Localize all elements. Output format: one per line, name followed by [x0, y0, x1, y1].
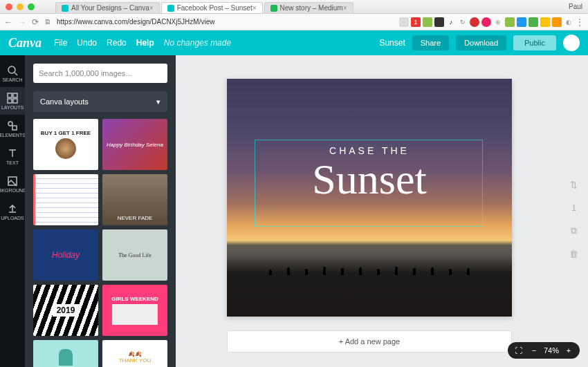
background-icon — [7, 176, 18, 187]
download-button[interactable]: Download — [456, 35, 506, 50]
logo[interactable]: Canva — [8, 36, 42, 50]
add-page-button[interactable]: + Add a new page — [227, 330, 512, 352]
tab-medium[interactable]: New story – Medium× — [264, 2, 353, 13]
template-card[interactable]: Holiday — [33, 229, 98, 281]
tool-layouts[interactable]: LAYOUTS — [0, 87, 25, 115]
uploads-icon — [7, 203, 18, 214]
minimize-window[interactable] — [17, 3, 24, 10]
left-toolbar: SEARCH LAYOUTS ELEMENTS TEXT BKGROUND UP… — [0, 55, 25, 367]
extensions: 1 ♪ ↻ ⊕ ◐ ⋮ — [399, 17, 584, 27]
svg-rect-1 — [8, 93, 12, 97]
save-status: No changes made — [164, 38, 231, 48]
ext-icon[interactable] — [552, 17, 562, 27]
ext-icon[interactable] — [505, 17, 515, 27]
template-card[interactable] — [33, 174, 98, 225]
ext-icon[interactable] — [470, 17, 479, 27]
tool-elements[interactable]: ELEMENTS — [0, 115, 25, 142]
secure-icon: 🗎 — [44, 18, 51, 26]
copy-page-icon[interactable]: ⧉ — [571, 225, 577, 236]
ext-icon[interactable]: ↻ — [458, 17, 468, 27]
page-number: 1 — [571, 203, 576, 213]
menu-file[interactable]: File — [54, 38, 67, 48]
tab-title: New story – Medium — [280, 4, 343, 12]
tool-search[interactable]: SEARCH — [0, 59, 25, 87]
tab-close-icon[interactable]: × — [252, 4, 257, 12]
zoom-level: 74% — [544, 346, 559, 355]
fullscreen-icon[interactable]: ⛶ — [513, 345, 524, 356]
pier-silhouette — [227, 254, 512, 317]
public-button[interactable]: Public — [513, 35, 556, 50]
maximize-window[interactable] — [28, 3, 35, 10]
template-card[interactable]: Happy Birthday Selena — [102, 119, 167, 170]
elements-icon — [7, 120, 18, 131]
address-bar[interactable]: https://www.canva.com/design/DACNXj5JHzM… — [57, 18, 394, 26]
menu-icon[interactable]: ⋮ — [576, 17, 584, 27]
canvas-area[interactable]: CHASE THE Sunset ⇅ 1 ⧉ 🗑 + Add a new pag… — [176, 55, 588, 367]
app-header: Canva File Undo Redo Help No changes mad… — [0, 30, 588, 55]
text-icon — [7, 148, 18, 159]
chevron-down-icon: ▾ — [156, 97, 160, 106]
os-user: Paul — [569, 3, 582, 10]
close-window[interactable] — [6, 3, 12, 10]
search-icon — [7, 65, 18, 76]
ext-icon[interactable]: ⊕ — [493, 17, 503, 27]
ext-icon[interactable] — [529, 17, 538, 27]
ext-icon[interactable] — [517, 17, 526, 27]
tool-text[interactable]: TEXT — [0, 142, 25, 170]
tab-title: Facebook Post – Sunset — [177, 4, 252, 12]
side-panel: Search 1,000,000 images... Canva layouts… — [25, 55, 176, 367]
avatar[interactable] — [563, 35, 580, 51]
svg-rect-2 — [13, 93, 17, 97]
template-card[interactable]: NEVER FADE — [102, 174, 167, 225]
ext-icon[interactable] — [399, 17, 409, 27]
project-name[interactable]: Sunset — [379, 38, 405, 48]
delete-page-icon[interactable]: 🗑 — [569, 249, 578, 259]
menu-redo[interactable]: Redo — [107, 38, 127, 48]
svg-rect-6 — [12, 126, 17, 130]
zoom-out-button[interactable]: − — [529, 345, 540, 356]
ext-icon[interactable] — [423, 17, 432, 27]
reload-button[interactable]: ⟳ — [32, 17, 39, 27]
tool-background[interactable]: BKGROUND — [0, 170, 25, 198]
tab-designs[interactable]: All Your Designs – Canva× — [55, 2, 160, 13]
svg-point-5 — [8, 122, 12, 126]
text-sunset[interactable]: Sunset — [227, 155, 512, 204]
svg-rect-3 — [8, 99, 12, 103]
zoom-in-button[interactable]: + — [563, 345, 574, 356]
share-button[interactable]: Share — [412, 35, 449, 50]
tab-close-icon[interactable]: × — [343, 4, 347, 12]
tab-title: All Your Designs – Canva — [71, 4, 149, 12]
template-card[interactable]: BUY 1 GET 1 FREE — [33, 119, 98, 170]
browser-toolbar: ← → ⟳ 🗎 https://www.canva.com/design/DAC… — [0, 14, 588, 30]
page-controls: ⇅ 1 ⧉ 🗑 — [569, 180, 578, 259]
template-grid: BUY 1 GET 1 FREE Happy Birthday Selena N… — [33, 119, 167, 367]
ext-icon[interactable] — [434, 17, 444, 27]
template-card[interactable]: 2019 — [33, 285, 98, 336]
artboard[interactable]: CHASE THE Sunset — [227, 79, 512, 317]
browser-tabs: All Your Designs – Canva× Facebook Post … — [55, 0, 355, 13]
template-card[interactable]: The Good Life — [102, 229, 167, 281]
tab-close-icon[interactable]: × — [149, 4, 154, 12]
template-card[interactable]: 🍂🍂THANK YOU — [102, 340, 167, 367]
ext-icon[interactable]: ♪ — [446, 17, 456, 27]
svg-point-0 — [8, 66, 15, 73]
menu-undo[interactable]: Undo — [77, 38, 97, 48]
back-button[interactable]: ← — [4, 17, 12, 27]
svg-rect-4 — [13, 99, 17, 103]
ext-icon[interactable]: 1 — [411, 17, 421, 27]
tool-uploads[interactable]: UPLOADS — [0, 198, 25, 225]
menu-help[interactable]: Help — [136, 38, 154, 48]
zoom-control: ⛶ − 74% + — [508, 342, 580, 359]
layouts-icon — [7, 93, 18, 104]
ext-icon[interactable]: ◐ — [564, 17, 573, 27]
window-controls — [6, 3, 35, 10]
ext-icon[interactable] — [540, 17, 550, 27]
forward-button[interactable]: → — [18, 17, 26, 27]
ext-icon[interactable] — [481, 17, 491, 27]
template-card[interactable] — [33, 340, 98, 367]
layouts-dropdown[interactable]: Canva layouts▾ — [33, 91, 167, 112]
template-card[interactable]: GIRLS WEEKEND — [102, 285, 167, 336]
search-input[interactable]: Search 1,000,000 images... — [33, 64, 167, 83]
tab-facebook-post[interactable]: Facebook Post – Sunset× — [161, 2, 263, 13]
reorder-icon[interactable]: ⇅ — [570, 180, 578, 190]
